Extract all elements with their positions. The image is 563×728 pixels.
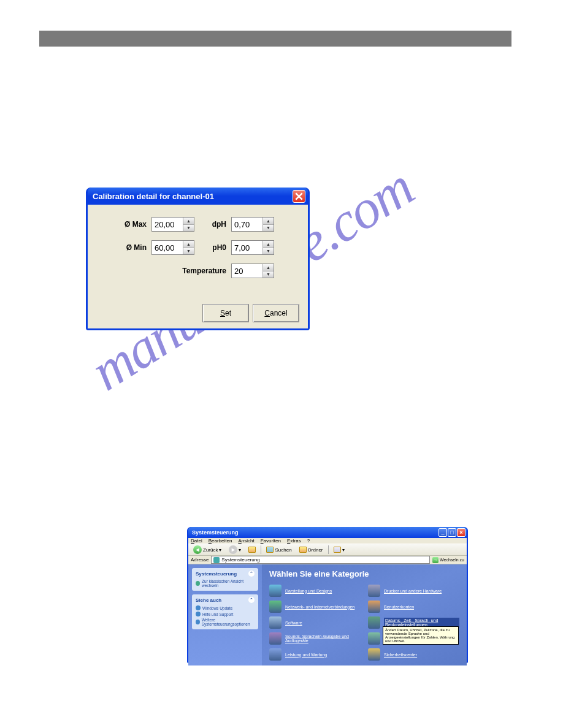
ph0-down[interactable]: ▼: [263, 248, 274, 255]
search-label: Suchen: [275, 547, 291, 553]
dph-spinner[interactable]: ▲ ▼: [231, 217, 274, 232]
views-button[interactable]: ▾: [331, 545, 347, 554]
dph-label: dpH: [194, 220, 231, 229]
close-icon: [295, 192, 303, 200]
temp-input[interactable]: [232, 264, 262, 278]
dialog-title: Calibration detail for channel-01: [93, 192, 293, 201]
category-icon: [269, 648, 282, 661]
maximize-button[interactable]: □: [448, 528, 456, 537]
omax-label: Ø Max: [96, 220, 151, 229]
toolbar: ◄ Zurück ▾ ► ▾ Suchen Ordner: [188, 544, 467, 556]
category-icon: [368, 632, 380, 645]
back-button[interactable]: ◄ Zurück ▾: [191, 544, 224, 555]
search-button[interactable]: Suchen: [264, 545, 294, 554]
category-item[interactable]: Netzwerk- und Internetverbindungen: [269, 601, 361, 613]
omin-input[interactable]: [152, 241, 183, 254]
back-icon: ◄: [193, 545, 202, 554]
folders-button[interactable]: Ordner: [297, 545, 326, 554]
category-item[interactable]: Leistung und Wartung: [269, 648, 361, 661]
category-label: Benutzerkonten: [384, 605, 414, 609]
dph-input[interactable]: [232, 218, 262, 231]
menu-edit[interactable]: Bearbeiten: [209, 538, 232, 544]
omin-up[interactable]: ▲: [183, 241, 194, 248]
up-button[interactable]: [246, 545, 258, 554]
go-button[interactable]: → Wechseln zu: [432, 557, 464, 563]
ph0-up[interactable]: ▲: [263, 241, 274, 248]
omax-up[interactable]: ▲: [183, 218, 194, 225]
menu-extras[interactable]: Extras: [287, 538, 301, 544]
address-label: Adresse: [191, 557, 209, 563]
category-label: Netzwerk- und Internetverbindungen: [285, 605, 354, 609]
update-icon: [196, 605, 201, 610]
calibration-dialog: Calibration detail for channel-01 Ø Max …: [86, 188, 310, 330]
dph-down[interactable]: ▼: [263, 225, 274, 232]
minimize-button[interactable]: _: [439, 528, 447, 537]
category-item[interactable]: Benutzerkonten: [368, 601, 459, 613]
sidebar-link-help[interactable]: Hilfe und Support: [196, 611, 255, 617]
cancel-button[interactable]: Cancel: [253, 304, 299, 322]
go-label: Wechseln zu: [440, 558, 464, 562]
menu-file[interactable]: Datei: [191, 538, 202, 544]
omax-spinner[interactable]: ▲ ▼: [151, 217, 194, 232]
omax-input[interactable]: [152, 218, 183, 231]
folder-up-icon: [248, 547, 256, 553]
menu-view[interactable]: Ansicht: [238, 538, 254, 544]
ph0-input[interactable]: [232, 241, 262, 254]
dialog-titlebar[interactable]: Calibration detail for channel-01: [88, 188, 308, 205]
category-icon: [269, 616, 282, 629]
collapse-icon[interactable]: ⌃: [248, 571, 255, 577]
sidebar-panel-control: Systemsteuerung ⌃ Zur klassischen Ansich…: [192, 568, 258, 591]
category-label: Drucker und andere Hardware: [384, 589, 442, 593]
cp-titlebar[interactable]: Systemsteuerung _ □ ×: [188, 527, 467, 538]
ph0-spinner[interactable]: ▲ ▼: [231, 240, 274, 255]
control-panel-icon: [213, 557, 220, 563]
omin-down[interactable]: ▼: [183, 248, 194, 255]
address-value: Systemsteuerung: [221, 557, 259, 563]
cp-title: Systemsteuerung: [192, 529, 439, 536]
category-icon: [368, 585, 380, 597]
set-button[interactable]: Set: [202, 304, 249, 322]
category-icon: [368, 616, 380, 629]
category-heading: Wählen Sie eine Kategorie: [269, 569, 459, 578]
category-item[interactable]: Datums-, Zeit-, Sprach- und Regionaleins…: [368, 616, 459, 629]
category-item[interactable]: Drucker und andere Hardware: [368, 585, 459, 597]
temp-spinner[interactable]: ▲ ▼: [231, 264, 274, 278]
category-label: Sounds, Sprachein-/ausgabe und Audiogerä…: [285, 634, 361, 643]
sidebar-link-classic[interactable]: Zur klassischen Ansicht wechseln: [196, 578, 255, 588]
more-icon: [196, 620, 200, 624]
omax-down[interactable]: ▼: [183, 225, 194, 232]
cp-close-button[interactable]: ×: [457, 528, 465, 537]
forward-button[interactable]: ► ▾: [226, 544, 243, 555]
close-button[interactable]: [293, 190, 305, 203]
chevron-down-icon: ▾: [342, 547, 345, 553]
sidebar-link-update[interactable]: Windows Update: [196, 605, 255, 611]
sidebar-link-more[interactable]: Weitere Systemsteuerungsoptionen: [196, 617, 255, 627]
sidebar-panel-title: Systemsteuerung: [196, 571, 237, 577]
category-label: Darstellung und Designs: [285, 589, 332, 593]
category-item[interactable]: Sicherheitscenter: [368, 648, 459, 661]
folders-label: Ordner: [308, 547, 323, 553]
omin-spinner[interactable]: ▲ ▼: [151, 240, 194, 255]
menu-favorites[interactable]: Favoriten: [261, 538, 281, 544]
folders-icon: [299, 547, 307, 553]
category-icon: [269, 632, 282, 645]
address-input[interactable]: Systemsteuerung: [211, 556, 430, 564]
menubar: Datei Bearbeiten Ansicht Favoriten Extra…: [188, 538, 467, 544]
control-panel-window: Systemsteuerung _ □ × Datei Bearbeiten A…: [187, 527, 468, 663]
help-icon: [196, 612, 201, 616]
category-label: Sicherheitscenter: [384, 653, 417, 657]
collapse-icon[interactable]: ⌃: [248, 597, 255, 603]
dialog-body: Ø Max ▲ ▼ dpH ▲ ▼ Ø Min: [88, 205, 308, 328]
switch-icon: [196, 581, 200, 586]
omin-label: Ø Min: [96, 243, 151, 252]
category-icon: [368, 648, 380, 661]
category-item[interactable]: Darstellung und Designs: [269, 585, 361, 597]
dph-up[interactable]: ▲: [263, 218, 274, 225]
category-item[interactable]: Software: [269, 616, 361, 629]
sidebar-panel-title: Siehe auch: [196, 597, 221, 603]
sidebar: Systemsteuerung ⌃ Zur klassischen Ansich…: [188, 564, 262, 665]
temp-up[interactable]: ▲: [263, 264, 274, 271]
category-item[interactable]: Sounds, Sprachein-/ausgabe und Audiogerä…: [269, 632, 361, 645]
temp-down[interactable]: ▼: [263, 271, 274, 278]
menu-help[interactable]: ?: [307, 538, 310, 544]
